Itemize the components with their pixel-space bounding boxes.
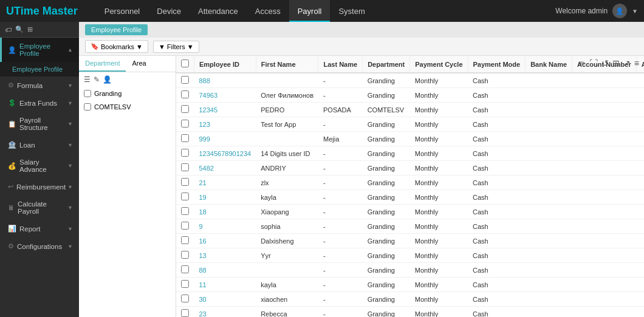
- list-icon[interactable]: ☰: [84, 75, 91, 84]
- row-check-7[interactable]: [181, 178, 189, 186]
- app-logo: UTime Master: [6, 5, 78, 18]
- sidebar-item-calculate-payroll[interactable]: 🖩 Calculate Payroll ▼: [0, 196, 79, 220]
- toolbar: 🔖 Bookmarks ▼ ▼ Filters ▼: [79, 38, 644, 56]
- filters-button[interactable]: ▼ Filters ▼: [153, 41, 199, 53]
- row-bank-12: [526, 248, 572, 263]
- dept-granding-check[interactable]: [84, 90, 91, 97]
- row-check-6[interactable]: [181, 163, 189, 171]
- refresh-table-icon[interactable]: ↺: [601, 58, 609, 68]
- row-check-10[interactable]: [181, 222, 189, 230]
- edit-tree-icon[interactable]: ✎: [94, 75, 100, 84]
- sidebar-label-payroll-structure: Payroll Structure: [19, 117, 67, 131]
- tag-icon[interactable]: 🏷: [5, 26, 12, 33]
- nav-device[interactable]: Device: [148, 0, 190, 22]
- row-check-5[interactable]: [181, 149, 189, 157]
- emp-id-link-15[interactable]: 30: [199, 296, 207, 303]
- tab-area[interactable]: Area: [126, 56, 152, 72]
- emp-id-link-4[interactable]: 999: [199, 135, 210, 143]
- sidebar-item-extra-funds[interactable]: 💲 Extra Funds ▼: [0, 94, 79, 112]
- row-check-4[interactable]: [181, 134, 189, 142]
- nav-access[interactable]: Access: [247, 0, 289, 22]
- columns-icon[interactable]: ⊞: [612, 58, 620, 68]
- edit-table-icon[interactable]: ✏: [578, 58, 586, 68]
- sidebar-item-payroll-structure[interactable]: 📋 Payroll Structure ▼: [0, 112, 79, 136]
- search-icon[interactable]: 🔍: [15, 26, 24, 33]
- add-dept-icon[interactable]: 👤: [103, 75, 112, 84]
- share-icon[interactable]: ↗: [623, 58, 631, 68]
- emp-id-link-16[interactable]: 23: [199, 310, 207, 318]
- main-content: Employee Profile 🔖 Bookmarks ▼ ▼ Filters…: [79, 22, 644, 317]
- th-bank-name: Bank Name: [526, 56, 572, 73]
- row-bank-1: [526, 88, 572, 103]
- expand-icon[interactable]: ⛶: [589, 58, 598, 68]
- emp-id-link-3[interactable]: 123: [199, 121, 210, 128]
- row-checkbox-5: [176, 146, 194, 161]
- row-checkbox-8: [176, 190, 194, 205]
- emp-id-link-6[interactable]: 5482: [199, 165, 214, 172]
- nav-payroll[interactable]: Payroll: [289, 0, 331, 22]
- th-first-name: First Name: [256, 56, 318, 73]
- row-check-1[interactable]: [181, 90, 189, 98]
- row-check-11[interactable]: [181, 236, 189, 244]
- sidebar-item-configurations[interactable]: ⚙ Configurations ▼: [0, 237, 79, 255]
- emp-id-link-10[interactable]: 9: [199, 223, 203, 230]
- row-check-16[interactable]: [181, 309, 189, 317]
- emp-id-link-2[interactable]: 12345: [199, 106, 218, 114]
- row-bank-6: [526, 161, 572, 176]
- emp-id-link-8[interactable]: 19: [199, 194, 207, 201]
- emp-id-link-9[interactable]: 18: [199, 208, 207, 216]
- row-check-15[interactable]: [181, 295, 189, 302]
- dept-granding-label: Granding: [94, 90, 122, 97]
- emp-id-link-5[interactable]: 12345678901234: [199, 150, 252, 157]
- row-check-12[interactable]: [181, 251, 189, 259]
- sidebar-sub-employee-profile[interactable]: Employee Profile: [0, 62, 79, 77]
- row-cycle-12: Monthly: [410, 248, 468, 263]
- emp-id-link-7[interactable]: 21: [199, 179, 207, 186]
- row-check-3[interactable]: [181, 120, 189, 128]
- grid-icon[interactable]: ⊞: [27, 26, 33, 33]
- sidebar-item-formula[interactable]: ⚙ Formula ▼: [0, 77, 79, 94]
- row-check-8[interactable]: [181, 193, 189, 200]
- nav-personnel[interactable]: Personnel: [96, 0, 149, 22]
- emp-id-link-14[interactable]: 11: [199, 281, 207, 288]
- row-mode-0: Cash: [468, 73, 526, 88]
- sidebar-item-employee-profile[interactable]: 👤 Employee Profile ▲: [0, 38, 79, 62]
- more-icon[interactable]: ≡: [634, 58, 639, 68]
- row-check-13[interactable]: [181, 265, 189, 273]
- breadcrumb-tab-employee[interactable]: Employee Profile: [85, 24, 148, 35]
- row-checkbox-2: [176, 103, 194, 117]
- top-nav: UTime Master Personnel Device Attendance…: [0, 0, 644, 22]
- row-cycle-8: Monthly: [410, 190, 468, 205]
- user-dropdown-icon[interactable]: ▼: [632, 8, 638, 15]
- row-check-9[interactable]: [181, 207, 189, 215]
- sidebar-item-loan[interactable]: 🏦 Loan ▼: [0, 136, 79, 154]
- row-check-0[interactable]: [181, 76, 189, 84]
- emp-id-link-1[interactable]: 74963: [199, 92, 218, 99]
- row-emp-id-2: 12345: [194, 103, 256, 117]
- row-check-14[interactable]: [181, 280, 189, 288]
- nav-system[interactable]: System: [330, 0, 373, 22]
- tab-department[interactable]: Department: [79, 56, 126, 72]
- emp-id-link-13[interactable]: 88: [199, 267, 207, 274]
- sidebar-item-report[interactable]: 📊 Report ▼: [0, 220, 79, 237]
- emp-id-link-0[interactable]: 888: [199, 77, 210, 84]
- sidebar-item-reimbursement[interactable]: ↩ Reimbursement ▼: [0, 178, 79, 196]
- nav-attendance[interactable]: Attendance: [190, 0, 247, 22]
- emp-id-link-11[interactable]: 16: [199, 237, 207, 245]
- left-panel: Department Area ☰ ✎ 👤 Granding COMTELSV: [79, 56, 176, 317]
- emp-id-link-12[interactable]: 13: [199, 252, 207, 259]
- dept-comtelsv[interactable]: COMTELSV: [79, 100, 176, 114]
- row-emp-id-0: 888: [194, 73, 256, 88]
- dept-granding[interactable]: Granding: [79, 87, 176, 100]
- row-last-2: POSADA: [318, 103, 363, 117]
- sidebar-item-salary-advance[interactable]: 💰 Salary Advance ▼: [0, 154, 79, 178]
- table-row: 5482 ANDRIY - Granding Monthly Cash ✔: [176, 161, 644, 176]
- sidebar-label-reimbursement: Reimbursement: [16, 183, 67, 191]
- user-avatar[interactable]: 👤: [612, 4, 627, 18]
- row-account-4: [572, 132, 637, 146]
- row-account-14: [572, 278, 637, 292]
- row-check-2[interactable]: [181, 105, 189, 113]
- dept-comtelsv-check[interactable]: [84, 103, 91, 111]
- select-all-checkbox[interactable]: [181, 60, 189, 67]
- bookmarks-button[interactable]: 🔖 Bookmarks ▼: [85, 40, 148, 53]
